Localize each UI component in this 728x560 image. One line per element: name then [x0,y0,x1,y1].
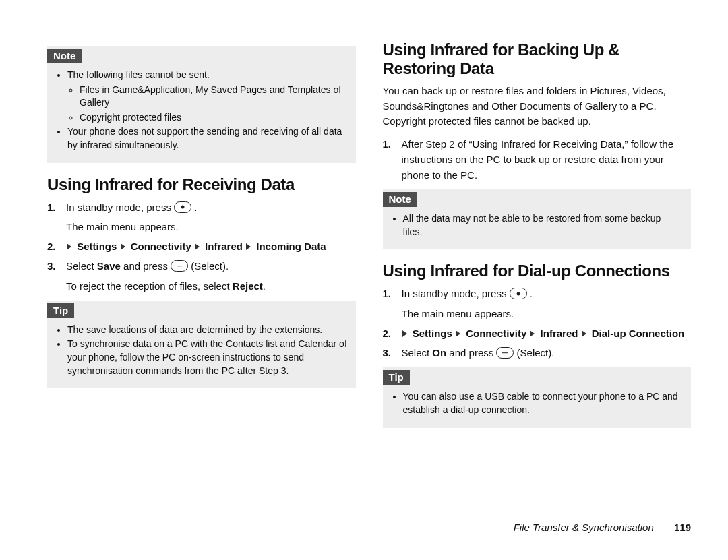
nav-segment: Incoming Data [256,241,326,252]
center-key-icon [510,288,527,299]
softkey-icon [496,347,514,359]
nav-arrow-icon [582,330,586,337]
nav-segment: Settings [413,328,452,339]
step-item: Settings Connectivity Infrared Dial-up C… [383,325,692,341]
nav-arrow-icon [67,243,71,250]
tip-box: Tip The save locations of data are deter… [47,301,356,388]
step-text: Select [402,347,433,359]
note-label: Note [47,49,82,63]
step-item: In standby mode, press . The main menu a… [383,286,692,321]
note-sublist: Files in Game&Application, My Saved Page… [67,84,348,125]
tip-item: To synchronise data on a PC with the Con… [67,338,348,377]
page-number: 119 [674,522,691,533]
nav-segment: Connectivity [466,328,526,339]
note-item: Your phone does not support the sending … [67,125,348,152]
note-box: Note All the data may not be able to be … [383,189,692,249]
manual-page: Note The following files cannot be sent.… [0,0,728,560]
note-label: Note [383,192,417,207]
note-list: All the data may not be able to be resto… [391,212,684,239]
two-column-layout: Note The following files cannot be sent.… [47,40,691,440]
nav-arrow-icon [402,330,407,337]
step-text: (Select). [517,347,555,359]
steps-receiving: In standby mode, press . The main menu a… [47,199,356,294]
nav-arrow-icon [121,243,125,250]
nav-arrow-icon [456,330,460,337]
note-box: Note The following files cannot be sent.… [47,46,356,163]
nav-segment: Connectivity [131,241,191,252]
step-text: and press [446,347,496,359]
nav-segment: Dial-up Connection [592,328,685,339]
center-key-icon [174,201,191,213]
step-bold: Reject [233,280,263,292]
heading-dialup: Using Infrared for Dial-up Connections [383,261,692,280]
nav-segment: Infrared [205,241,243,252]
right-column: Using Infrared for Backing Up & Restorin… [383,40,692,440]
footer-section-title: File Transfer & Synchronisation [514,522,654,533]
nav-arrow-icon [246,243,251,250]
tip-item: You can also use a USB cable to connect … [403,390,684,416]
tip-list: The save locations of data are determine… [55,323,348,377]
nav-arrow-icon [530,330,535,337]
tip-list: You can also use a USB cable to connect … [391,390,684,416]
heading-receiving: Using Infrared for Receiving Data [47,175,356,194]
left-column: Note The following files cannot be sent.… [47,40,356,440]
page-footer: File Transfer & Synchronisation 119 [514,522,691,533]
heading-backup: Using Infrared for Backing Up & Restorin… [383,40,692,78]
step-bold: On [432,347,446,359]
nav-segment: Infrared [541,328,578,339]
nav-arrow-icon [195,243,200,250]
step-item: In standby mode, press . The main menu a… [47,199,356,235]
note-subitem: Files in Game&Application, My Saved Page… [80,84,348,110]
tip-box: Tip You can also use a USB cable to conn… [383,367,692,427]
step-text: Select [66,260,97,272]
note-item: All the data may not be able to be resto… [403,212,684,239]
tip-label: Tip [47,303,74,318]
step-text: In standby mode, press [402,288,510,299]
step-subtext: The main menu appears. [66,219,356,235]
step-item: After Step 2 of “Using Infrared for Rece… [383,136,692,183]
note-list: The following files cannot be sent. File… [55,69,348,152]
step-text: (Select). [191,260,229,272]
nav-segment: Settings [77,241,117,252]
tip-label: Tip [383,370,410,385]
step-text: To reject the reception of files, select [66,280,233,292]
step-item: Select On and press (Select). [383,345,692,361]
step-bold: Save [97,260,121,272]
step-text: . [194,201,197,213]
step-subtext: The main menu appears. [402,306,692,321]
step-subtext: To reject the reception of files, select… [66,278,356,294]
step-text: In standby mode, press [66,201,174,213]
softkey-icon [171,260,188,272]
step-text: . [530,288,533,299]
steps-backup: After Step 2 of “Using Infrared for Rece… [383,136,692,183]
steps-dialup: In standby mode, press . The main menu a… [383,286,692,361]
tip-item: The save locations of data are determine… [67,323,348,337]
note-item: The following files cannot be sent. [67,69,348,82]
step-item: Select Save and press (Select). To rejec… [47,258,356,294]
step-item: Settings Connectivity Infrared Incoming … [47,239,356,254]
step-text: . [263,280,266,292]
step-text: and press [121,260,171,272]
paragraph-backup: You can back up or restore files and fol… [383,84,692,129]
note-subitem: Copyright protected files [80,111,348,125]
